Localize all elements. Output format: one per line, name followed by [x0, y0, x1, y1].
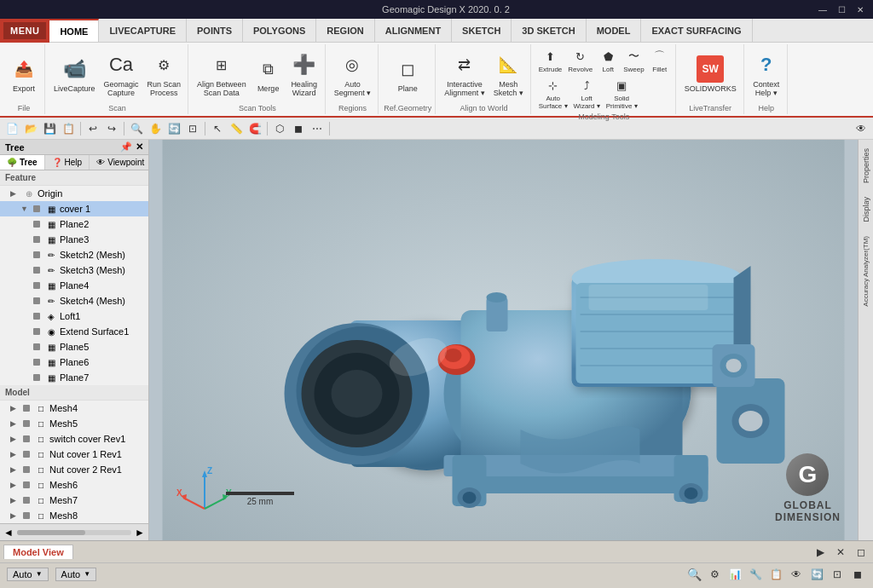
toolbar-redo[interactable]: ↪	[103, 120, 120, 137]
toolbar-zoom-select[interactable]: 🔍	[128, 120, 145, 137]
tree-item-origin[interactable]: ▶ ⊕ Origin	[0, 186, 148, 201]
tab-model[interactable]: MODEL	[587, 19, 642, 42]
view-icon-1[interactable]: ▶	[812, 544, 829, 561]
align-scan-button[interactable]: ⊞ Align BetweenScan Data	[194, 49, 250, 99]
toolbar-fit[interactable]: ⊡	[184, 120, 201, 137]
tab-region[interactable]: REGION	[316, 19, 374, 42]
geomagic-capture-button[interactable]: Ca GeomagicCapture	[101, 49, 142, 99]
tab-alignment[interactable]: ALIGNMENT	[375, 19, 452, 42]
tree-item-plane6[interactable]: ▦ Plane6	[0, 355, 148, 370]
plane-button[interactable]: ◻ Plane	[390, 54, 425, 95]
status-icon-3[interactable]: 📊	[726, 566, 743, 583]
status-icon-5[interactable]: 📋	[767, 566, 784, 583]
tree-item-sketch3[interactable]: ✏ Sketch3 (Mesh)	[0, 262, 148, 278]
merge-button[interactable]: ⧉ Merge	[251, 54, 286, 95]
run-scan-button[interactable]: ⚙ Run ScanProcess	[144, 49, 185, 99]
tree-item-mesh7[interactable]: ▶ □ Mesh7	[0, 493, 148, 508]
toolbar-select[interactable]: ↖	[209, 120, 226, 137]
tree-tab-help[interactable]: ❓ Help	[45, 155, 90, 170]
tree-item-nut-cover2[interactable]: ▶ □ Nut cover 2 Rev1	[0, 462, 148, 477]
context-help-button[interactable]: ? ContextHelp ▾	[749, 49, 783, 99]
tree-pin-icon[interactable]: 📌	[120, 141, 132, 153]
tree-item-nut-cover1[interactable]: ▶ □ Nut cover 1 Rev1	[0, 447, 148, 462]
tree-item-loft1[interactable]: ◈ Loft1	[0, 308, 148, 324]
status-icon-7[interactable]: 🔄	[808, 566, 825, 583]
tab-home[interactable]: HOME	[49, 19, 99, 42]
model-view-tab[interactable]: Model View	[3, 545, 73, 559]
status-icon-8[interactable]: ⊡	[829, 566, 846, 583]
tree-scrollbar[interactable]	[17, 530, 131, 535]
tree-item-mesh6[interactable]: ▶ □ Mesh6	[0, 477, 148, 493]
toolbar-open[interactable]: 📂	[22, 120, 39, 137]
tree-item-plane2[interactable]: ▦ Plane2	[0, 216, 148, 232]
status-icon-6[interactable]: 👁	[788, 566, 805, 583]
status-icon-9[interactable]: ◼	[849, 566, 866, 583]
toolbar-pts[interactable]: ⋯	[309, 120, 326, 137]
loft-wizard-button[interactable]: ⤴ LoftWizard ▾	[571, 75, 603, 111]
toolbar-save[interactable]: 💾	[41, 120, 58, 137]
viewport[interactable]: Z X Y 25 mm G GLOBAL DIMENSION	[149, 140, 858, 540]
toolbar-snap[interactable]: 🧲	[246, 120, 263, 137]
tree-tab-viewpoint[interactable]: 👁 Viewpoint	[90, 155, 149, 170]
sweep-button[interactable]: 〜 Sweep	[621, 46, 646, 74]
tree-item-plane5[interactable]: ▦ Plane5	[0, 339, 148, 355]
toolbar-save-as[interactable]: 📋	[60, 120, 77, 137]
solid-primitive-button[interactable]: ▣ SolidPrimitive ▾	[604, 75, 640, 111]
toolbar-rotate[interactable]: 🔄	[165, 120, 182, 137]
close-button[interactable]: ✕	[854, 3, 866, 15]
toolbar-measure[interactable]: 📏	[228, 120, 245, 137]
interactive-alignment-button[interactable]: ⇄ InteractiveAlignment ▾	[441, 49, 489, 99]
tree-item-cover1[interactable]: ▼ ▦ cover 1	[0, 201, 148, 216]
tree-item-sketch2[interactable]: ✏ Sketch2 (Mesh)	[0, 247, 148, 262]
extrude-button[interactable]: ⬆ Extrude	[536, 46, 565, 74]
props-tab-display[interactable]: Display	[860, 192, 872, 228]
revolve-button[interactable]: ↻ Revolve	[565, 46, 595, 74]
tree-item-plane3[interactable]: ▦ Plane3	[0, 232, 148, 247]
status-icon-4[interactable]: 🔧	[747, 566, 764, 583]
auto-segment-button[interactable]: ◎ AutoSegment ▾	[331, 49, 375, 99]
tree-item-switch-cover[interactable]: ▶ □ switch cover Rev1	[0, 431, 148, 447]
props-tab-properties[interactable]: Properties	[860, 143, 872, 188]
toolbar-undo[interactable]: ↩	[84, 120, 101, 137]
tree-item-plane4[interactable]: ▦ Plane4	[0, 278, 148, 293]
tree-item-extend-surface[interactable]: ◉ Extend Surface1	[0, 324, 148, 339]
toolbar-pan[interactable]: ✋	[147, 120, 164, 137]
maximize-button[interactable]: ☐	[835, 3, 847, 15]
livecapture-button[interactable]: 📹 LiveCapture	[50, 54, 99, 95]
tree-item-mesh4[interactable]: ▶ □ Mesh4	[0, 401, 148, 416]
auto-dropdown-2[interactable]: Auto ▼	[55, 568, 97, 581]
tree-item-mesh8[interactable]: ▶ □ Mesh8	[0, 508, 148, 523]
auto-surface-button[interactable]: ⊹ AutoSurface ▾	[536, 75, 570, 111]
fillet-button[interactable]: ⌒ Fillet	[648, 46, 672, 74]
tree-item-sketch4[interactable]: ✏ Sketch4 (Mesh)	[0, 293, 148, 308]
status-icon-1[interactable]: 🔍	[685, 566, 702, 583]
toolbar-shaded[interactable]: ◼	[290, 120, 307, 137]
auto-dropdown-1[interactable]: Auto ▼	[7, 568, 49, 581]
status-icon-2[interactable]: ⚙	[706, 566, 723, 583]
toolbar-new[interactable]: 📄	[3, 120, 20, 137]
tree-close-icon[interactable]: ✕	[136, 141, 143, 153]
export-button[interactable]: 📤 Export	[7, 54, 41, 95]
tree-scroll-left[interactable]: ◄	[3, 527, 14, 539]
tab-3dsketch[interactable]: 3D SKETCH	[512, 19, 586, 42]
tree-item-plane7[interactable]: ▦ Plane7	[0, 370, 148, 385]
tab-polygons[interactable]: POLYGONS	[243, 19, 316, 42]
tab-livecapture[interactable]: LIVECAPTURE	[99, 19, 187, 42]
tree-tab-tree[interactable]: 🌳 Tree	[0, 155, 45, 170]
toolbar-wireframe[interactable]: ⬡	[271, 120, 288, 137]
minimize-button[interactable]: —	[817, 3, 829, 15]
tree-scroll-right[interactable]: ►	[135, 527, 145, 539]
healing-wizard-button[interactable]: ➕ HealingWizard	[287, 49, 321, 99]
loft-button[interactable]: ⬟ Loft	[596, 46, 620, 74]
tab-exact-surfacing[interactable]: EXACT SURFACING	[641, 19, 752, 42]
view-icon-2[interactable]: ✕	[832, 544, 849, 561]
tab-sketch[interactable]: SKETCH	[452, 19, 512, 42]
tab-points[interactable]: POINTS	[187, 19, 243, 42]
view-icon-3[interactable]: ◻	[853, 544, 870, 561]
menu-button[interactable]: MENU	[3, 22, 46, 39]
toolbar-eye[interactable]: 👁	[853, 120, 870, 137]
solidworks-button[interactable]: SW SOLIDWORKS	[681, 54, 740, 95]
tree-item-mesh5[interactable]: ▶ □ Mesh5	[0, 416, 148, 431]
mesh-sketch-button[interactable]: 📐 MeshSketch ▾	[490, 49, 527, 99]
props-tab-accuracy[interactable]: Accuracy Analyzer(TM)	[860, 231, 871, 312]
